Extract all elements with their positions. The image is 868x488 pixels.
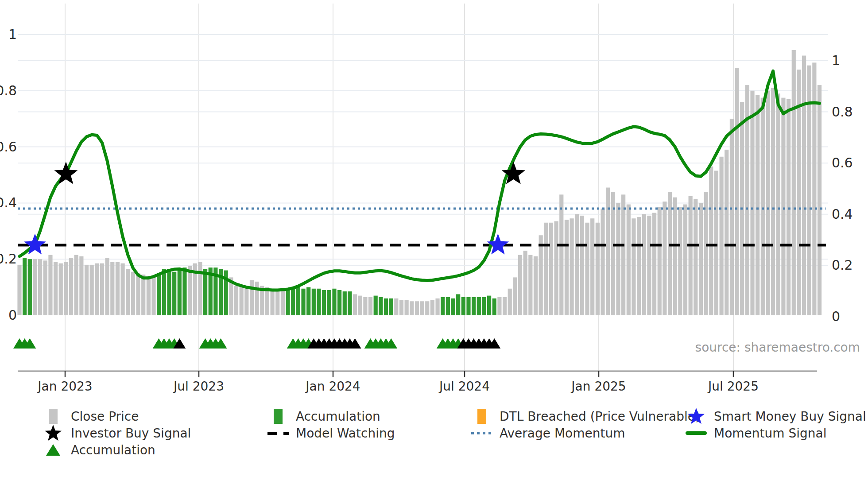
close-price-bar [534, 256, 538, 315]
close-price-bar [621, 194, 625, 315]
accumulation-bar [374, 296, 378, 315]
close-price-bar [787, 99, 790, 315]
y-axis-tick-label-left: 0.2 [0, 251, 17, 267]
y-axis-tick-label-right: 0.8 [832, 104, 853, 120]
close-price-bar [544, 223, 548, 315]
y-axis-tick-label-left: 1 [8, 27, 17, 42]
close-price-bar [756, 95, 760, 315]
legend-item-momentum-signal: Momentum Signal [686, 425, 866, 442]
accumulation-bar [167, 269, 171, 315]
y-axis-tick-label-right: 0.2 [832, 257, 853, 273]
close-price-bar [549, 223, 553, 315]
legend-label: Model Watching [296, 426, 395, 441]
legend-column: Close PriceInvestor Buy SignalAccumulati… [43, 408, 191, 458]
accumulation-bar [286, 290, 290, 315]
accumulation-bar [291, 287, 295, 315]
close-price-bar [513, 277, 517, 315]
close-price-bar [637, 217, 641, 315]
accumulation-bar [203, 269, 207, 315]
close-price-bar [358, 296, 362, 315]
close-price-bar [105, 258, 109, 315]
close-price-bar [606, 188, 610, 315]
legend-item-accumulation: Accumulation [43, 442, 191, 458]
x-axis-tick-label: Jan 2024 [305, 379, 360, 394]
close-price-bar [725, 150, 728, 315]
close-price-bar [240, 287, 244, 315]
accumulation-bar [306, 287, 310, 315]
close-price-bar [368, 297, 372, 315]
close-price-bar [704, 192, 708, 315]
close-price-bar [518, 255, 522, 315]
close-price-bar [74, 255, 78, 315]
legend-item-investor-buy-signal: Investor Buy Signal [43, 425, 191, 442]
close-price-bar [399, 300, 403, 315]
accumulation-bar [384, 298, 388, 315]
close-price-bar [405, 300, 409, 315]
close-price-bar [766, 91, 770, 315]
close-price-bar [565, 220, 569, 315]
accumulation-bar [461, 297, 465, 315]
triangle-swatch-icon [46, 444, 60, 456]
close-price-bar [363, 297, 367, 315]
close-price-bar [33, 259, 37, 315]
black-star-icon [43, 424, 63, 442]
chart-legend: Close PriceInvestor Buy SignalAccumulati… [0, 408, 868, 465]
close-price-bar [781, 98, 785, 315]
legend-label: Smart Money Buy Signal [714, 409, 866, 424]
accumulation-bar [301, 289, 305, 315]
close-price-bar [689, 196, 693, 315]
y-axis-tick-label-left: 0.4 [0, 195, 17, 210]
accumulation-bar [441, 297, 445, 315]
source-note: source: sharemaestro.com [695, 340, 860, 355]
accumulation-bar [332, 289, 336, 315]
accumulation-bar [178, 269, 182, 315]
accumulation-bar [389, 298, 393, 315]
close-price-bar [528, 255, 532, 315]
close-price-bar [497, 297, 501, 315]
close-price-bar [771, 88, 775, 315]
accumulation-bar [379, 297, 383, 315]
close-price-bar [79, 256, 83, 315]
close-price-bar [425, 301, 429, 315]
close-price-bar [121, 263, 125, 315]
accumulation-bar [482, 297, 486, 315]
close-price-bar [792, 50, 796, 315]
accumulation-bar [343, 291, 347, 315]
legend-label: Momentum Signal [714, 426, 826, 441]
close-price-bar [38, 259, 42, 315]
legend-item-smart-money-buy-signal: Smart Money Buy Signal [686, 408, 866, 425]
close-price-bar [353, 294, 357, 315]
close-price-bar [198, 262, 202, 315]
legend-column: Smart Money Buy SignalMomentum Signal [686, 408, 866, 442]
legend-label: DTL Breached (Price Vulnerable) [500, 409, 700, 424]
close-price-bar [616, 203, 620, 315]
close-price-bar [394, 298, 398, 315]
close-price-bar [585, 223, 589, 315]
close-price-bar [611, 192, 615, 315]
close-price-bar [136, 273, 140, 315]
close-price-bar [100, 263, 104, 315]
accumulation-bar [28, 259, 32, 315]
dotted-line-swatch-icon [471, 432, 492, 434]
close-price-bar [580, 216, 584, 315]
close-price-bar [410, 301, 414, 315]
close-price-bar [776, 93, 780, 315]
x-axis-tick-label: Jan 2023 [37, 379, 92, 394]
legend-item-average-momentum: Average Momentum [471, 425, 700, 442]
close-price-bar [761, 98, 765, 315]
accumulation-bar [162, 269, 166, 315]
close-price-bar [435, 298, 439, 315]
close-price-bar [59, 263, 63, 315]
line-swatch-icon [686, 431, 707, 435]
close-price-bar [554, 221, 558, 315]
close-price-bar [430, 300, 434, 315]
close-price-bar [709, 167, 713, 315]
close-price-bar [683, 205, 687, 315]
legend-label: Accumulation [71, 443, 155, 457]
x-axis-tick-label: Jul 2025 [707, 379, 759, 394]
close-price-bar [523, 251, 527, 315]
close-price-bar [275, 290, 279, 315]
close-price-bar [652, 213, 656, 315]
close-price-bar [632, 218, 636, 315]
close-price-bar [570, 218, 574, 315]
